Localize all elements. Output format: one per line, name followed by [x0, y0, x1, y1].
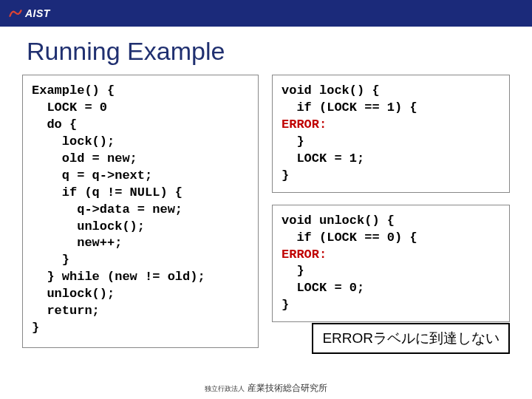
logo: AIST — [9, 7, 50, 19]
logo-icon — [9, 8, 22, 18]
header-bar: AIST — [0, 0, 532, 27]
code-unlock: void unlock() { if (LOCK == 0) {ERROR: }… — [272, 205, 510, 323]
content-area: Example() { LOCK = 0 do { lock(); old = … — [0, 75, 532, 348]
slide-title: Running Example — [0, 27, 532, 75]
footer: 独立行政法人産業技術総合研究所 — [0, 382, 532, 395]
logo-text: AIST — [25, 7, 50, 19]
code-right-column: void lock() { if (LOCK == 1) {ERROR: } L… — [272, 75, 510, 348]
footer-main: 産業技術総合研究所 — [248, 383, 327, 393]
footer-small: 独立行政法人 — [205, 385, 245, 392]
callout-box: ERRORラベルに到達しない — [312, 323, 510, 354]
code-lock: void lock() { if (LOCK == 1) {ERROR: } L… — [272, 75, 510, 193]
code-example-left: Example() { LOCK = 0 do { lock(); old = … — [22, 75, 259, 348]
